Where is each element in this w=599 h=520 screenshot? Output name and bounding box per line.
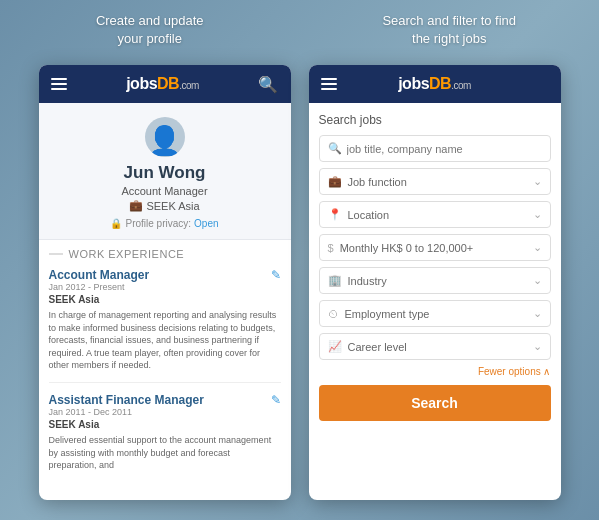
profile-section: 👤 Jun Wong Account Manager 💼 SEEK Asia 🔒… (39, 103, 291, 240)
search-field-icon: 🔍 (328, 142, 342, 155)
job-desc-2: Delivered essential support to the accou… (49, 434, 281, 472)
left-banner: Create and update your profile (0, 0, 300, 60)
chevron-location: ⌄ (533, 208, 542, 221)
privacy-status[interactable]: Open (194, 218, 218, 229)
briefcase-filter-icon: 💼 (328, 175, 342, 188)
right-navbar: jobsDB.com (309, 65, 561, 103)
filter-career-level[interactable]: 📈 Career level ⌄ (319, 333, 551, 360)
profile-privacy: 🔒 Profile privacy: Open (49, 218, 281, 229)
top-banners: Create and update your profile Search an… (0, 0, 599, 60)
filter-industry-label: Industry (348, 275, 387, 287)
right-banner: Search and filter to find the right jobs (300, 0, 600, 60)
left-banner-line2: your profile (118, 31, 182, 46)
building-filter-icon: 🏢 (328, 274, 342, 287)
job-title-1: Account Manager (49, 268, 150, 282)
search-input[interactable] (347, 143, 542, 155)
phones-wrapper: jobsDB.com 🔍 👤 Jun Wong Account Manager … (0, 65, 599, 500)
lock-icon: 🔒 (110, 218, 122, 229)
filter-location[interactable]: 📍 Location ⌄ (319, 201, 551, 228)
dollar-filter-icon: $ (328, 242, 334, 254)
chevron-career: ⌄ (533, 340, 542, 353)
right-banner-line1: Search and filter to find (382, 13, 516, 28)
search-input-wrapper[interactable]: 🔍 (319, 135, 551, 162)
search-icon[interactable]: 🔍 (258, 75, 278, 94)
chart-filter-icon: 📈 (328, 340, 342, 353)
filter-salary-label: Monthly HK$ 0 to 120,000+ (340, 242, 474, 254)
left-navbar: jobsDB.com 🔍 (39, 65, 291, 103)
profile-company: 💼 SEEK Asia (49, 199, 281, 212)
job-company-1: SEEK Asia (49, 294, 281, 305)
work-experience-section: Work experience Account Manager Jan 2012… (39, 240, 291, 500)
section-header: Work experience (49, 248, 281, 260)
job-company-2: SEEK Asia (49, 419, 281, 430)
edit-icon-1[interactable]: ✎ (271, 268, 281, 282)
filter-industry[interactable]: 🏢 Industry ⌄ (319, 267, 551, 294)
job-entry-2: Assistant Finance Manager Jan 2011 - Dec… (49, 393, 281, 482)
chevron-job-function: ⌄ (533, 175, 542, 188)
filter-job-function[interactable]: 💼 Job function ⌄ (319, 168, 551, 195)
clock-filter-icon: ⏲ (328, 308, 339, 320)
fewer-options-link[interactable]: Fewer options ∧ (319, 366, 551, 377)
briefcase-icon: 💼 (129, 199, 143, 212)
right-banner-line2: the right jobs (412, 31, 486, 46)
chevron-industry: ⌄ (533, 274, 542, 287)
right-phone: jobsDB.com Search jobs 🔍 💼 Job function … (309, 65, 561, 500)
hamburger-icon[interactable] (51, 78, 67, 90)
left-banner-line1: Create and update (96, 13, 204, 28)
logo-left: jobsDB.com (126, 75, 199, 93)
filter-employment-type-label: Employment type (345, 308, 430, 320)
profile-name: Jun Wong (49, 163, 281, 183)
chevron-employment: ⌄ (533, 307, 542, 320)
search-button[interactable]: Search (319, 385, 551, 421)
job-date-2: Jan 2011 - Dec 2011 (49, 407, 204, 417)
filter-employment-type[interactable]: ⏲ Employment type ⌄ (319, 300, 551, 327)
job-desc-1: In charge of management reporting and an… (49, 309, 281, 372)
filter-salary[interactable]: $ Monthly HK$ 0 to 120,000+ ⌄ (319, 234, 551, 261)
section-title: Work experience (69, 248, 185, 260)
edit-icon-2[interactable]: ✎ (271, 393, 281, 407)
profile-title: Account Manager (49, 185, 281, 197)
filter-job-function-label: Job function (348, 176, 407, 188)
location-filter-icon: 📍 (328, 208, 342, 221)
job-title-2: Assistant Finance Manager (49, 393, 204, 407)
chevron-salary: ⌄ (533, 241, 542, 254)
filter-location-label: Location (348, 209, 390, 221)
hamburger-icon-right[interactable] (321, 78, 337, 90)
job-date-1: Jan 2012 - Present (49, 282, 150, 292)
search-section-label: Search jobs (319, 113, 551, 127)
filter-career-level-label: Career level (348, 341, 407, 353)
logo-right: jobsDB.com (398, 75, 471, 93)
search-section: Search jobs 🔍 💼 Job function ⌄ 📍 Locatio… (309, 103, 561, 431)
avatar: 👤 (145, 117, 185, 157)
left-phone: jobsDB.com 🔍 👤 Jun Wong Account Manager … (39, 65, 291, 500)
job-entry-1: Account Manager Jan 2012 - Present ✎ SEE… (49, 268, 281, 383)
